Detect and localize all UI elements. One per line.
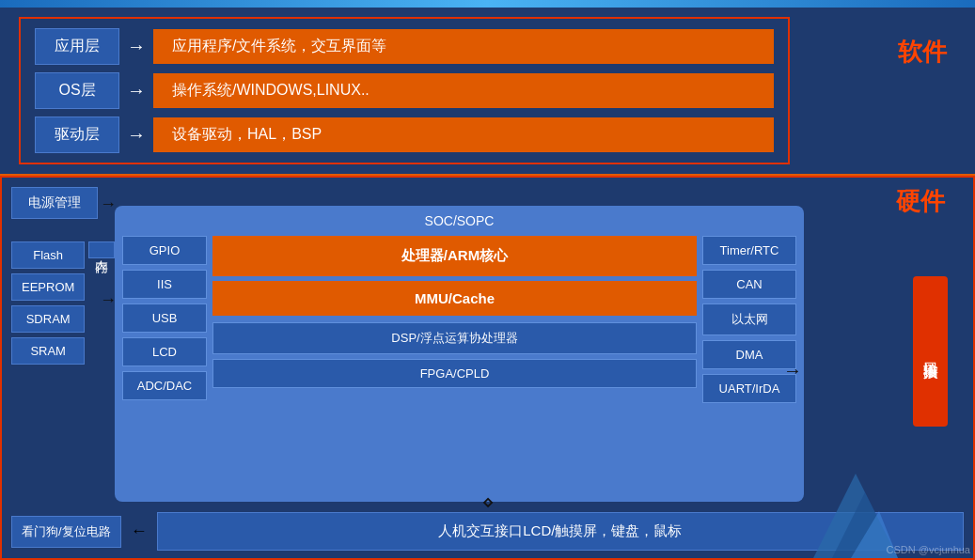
flash-box: Flash: [11, 241, 85, 269]
uart-box: UART/IrDA: [702, 374, 796, 403]
bottom-arrow-icon: ⬦: [481, 490, 494, 511]
timer-box: Timer/RTC: [702, 236, 796, 265]
gpio-box: GPIO: [122, 236, 207, 265]
os-layer-content: 操作系统/WINDOWS,LINUX..: [153, 73, 774, 108]
driver-layer-label: 驱动层: [35, 117, 119, 153]
watermark: CSDN @vcjunhua: [887, 544, 970, 555]
soc-to-io-arrow: →: [783, 360, 802, 381]
soc-right-col: Timer/RTC CAN 以太网 DMA UART/IrDA: [702, 236, 796, 489]
soc-title: SOC/SOPC: [122, 213, 796, 228]
cpu-box: 处理器/ARM核心: [212, 236, 697, 276]
memory-items: Flash EEPROM SDRAM SRAM: [11, 241, 85, 365]
top-decorative-bar: [0, 0, 975, 8]
dsp-box: DSP/浮点运算协处理器: [212, 322, 697, 354]
mmu-box: MMU/Cache: [212, 281, 697, 316]
software-inner-box: 应用层 → 应用程序/文件系统，交互界面等 OS层 → 操作系统/WINDOWS…: [19, 17, 790, 164]
layer-row-os: OS层 → 操作系统/WINDOWS,LINUX..: [35, 72, 774, 109]
geo-decoration: [813, 474, 898, 558]
soc-block: SOC/SOPC GPIO IIS USB LCD ADC/DAC 处理器/AR…: [115, 206, 804, 502]
eeprom-box: EEPROM: [11, 273, 85, 301]
layer-row-app: 应用层 → 应用程序/文件系统，交互界面等: [35, 28, 774, 65]
usb-box: USB: [122, 303, 207, 333]
soc-center-col: 处理器/ARM核心 MMU/Cache DSP/浮点运算协处理器 FPGA/CP…: [212, 236, 697, 489]
watchdog-box: 看门狗/复位电路: [11, 516, 121, 548]
sdram-box: SDRAM: [11, 305, 85, 333]
soc-left-col: GPIO IIS USB LCD ADC/DAC: [122, 236, 207, 489]
memory-label: 内存: [88, 241, 115, 258]
software-label: 软件: [898, 36, 947, 69]
lcd-box: LCD: [122, 337, 207, 366]
ethernet-box: 以太网: [702, 303, 796, 335]
power-mgmt-box: 电源管理: [11, 187, 98, 219]
app-layer-content: 应用程序/文件系统，交互界面等: [153, 29, 774, 64]
software-section: 软件 应用层 → 应用程序/文件系统，交互界面等 OS层 → 操作系统/WIND…: [0, 8, 975, 176]
soc-inner: GPIO IIS USB LCD ADC/DAC 处理器/ARM核心 MMU/C…: [122, 236, 796, 489]
driver-layer-content: 设备驱动，HAL，BSP: [153, 117, 774, 152]
arrow-driver: →: [127, 124, 146, 146]
adcdac-box: ADC/DAC: [122, 371, 207, 400]
io-box: 输入输出接口: [913, 276, 948, 427]
arrow-app: →: [127, 36, 146, 57]
power-mgmt-label: 电源管理: [11, 187, 98, 219]
hardware-section: 硬件 电源管理 → Flash EEPROM SDRAM SRAM 内存 → S…: [0, 176, 975, 560]
fpga-box: FPGA/CPLD: [212, 359, 697, 388]
layer-row-driver: 驱动层 → 设备驱动，HAL，BSP: [35, 117, 774, 153]
iis-box: IIS: [122, 270, 207, 299]
app-layer-label: 应用层: [35, 28, 119, 65]
sram-box: SRAM: [11, 337, 85, 365]
dma-box: DMA: [702, 340, 796, 369]
watchdog-arrow-icon: ←: [131, 521, 148, 541]
can-box: CAN: [702, 270, 796, 299]
io-container: 输入输出接口: [896, 196, 964, 506]
main-container: 软件 应用层 → 应用程序/文件系统，交互界面等 OS层 → 操作系统/WIND…: [0, 8, 975, 560]
os-layer-label: OS层: [35, 72, 119, 109]
arrow-os: →: [127, 80, 146, 101]
